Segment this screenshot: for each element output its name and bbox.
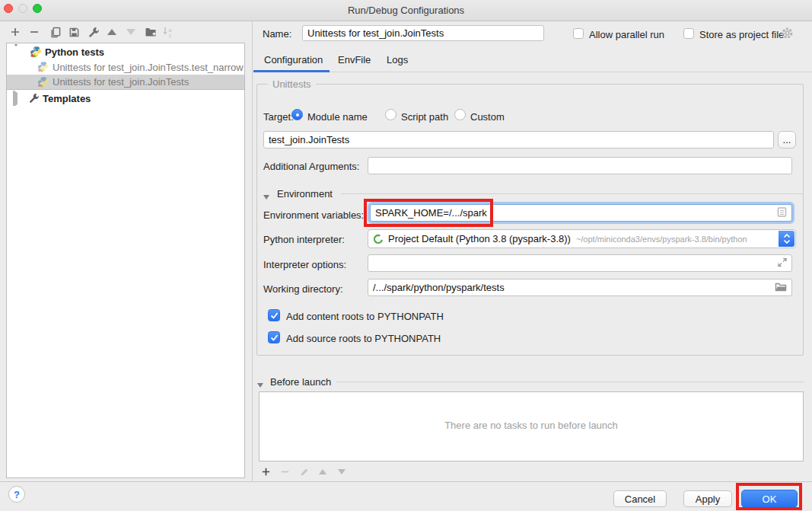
- copy-configuration-icon[interactable]: [48, 25, 62, 39]
- environment-section-line: [341, 193, 804, 194]
- dropdown-stepper-icon[interactable]: [779, 231, 794, 247]
- collapse-icon[interactable]: [13, 46, 19, 58]
- edit-task-icon[interactable]: [297, 465, 310, 478]
- target-module-name-radio[interactable]: [291, 109, 303, 120]
- remove-icon[interactable]: [27, 25, 41, 39]
- expand-icon[interactable]: [13, 93, 18, 104]
- configurations-tree: Python tests Unittests for test_join.Joi…: [6, 43, 245, 478]
- browse-folder-icon[interactable]: [775, 282, 787, 294]
- svg-text:a: a: [169, 27, 172, 33]
- allow-parallel-run-checkbox[interactable]: [573, 28, 584, 39]
- tab-configuration[interactable]: Configuration: [264, 54, 323, 68]
- before-launch-task-list[interactable]: There are no tasks to run before launch: [259, 391, 804, 461]
- environment-collapse-icon[interactable]: [263, 190, 269, 202]
- interpreter-options-input[interactable]: [368, 254, 792, 272]
- save-configuration-icon[interactable]: [67, 25, 81, 39]
- target-script-path-label: Script path: [401, 111, 448, 123]
- allow-parallel-run-label: Allow parallel run: [589, 29, 664, 41]
- python-interpreter-label: Python interpreter:: [263, 234, 345, 246]
- name-input[interactable]: Unittests for test_join.JoinTests: [302, 25, 544, 41]
- add-task-icon[interactable]: [259, 465, 272, 478]
- sort-configurations-icon[interactable]: az: [161, 25, 175, 39]
- store-as-project-file-label: Store as project file: [699, 29, 784, 41]
- footer-separator: [0, 481, 812, 482]
- before-launch-title: Before launch: [270, 376, 331, 388]
- tree-item-python-tests[interactable]: Python tests: [7, 44, 244, 59]
- python-tests-icon: [30, 46, 42, 58]
- python-test-icon: [37, 61, 49, 73]
- interpreter-options-label: Interpreter options:: [263, 259, 346, 271]
- working-directory-input[interactable]: /.../spark/python/pyspark/tests: [368, 279, 792, 296]
- target-script-path-radio[interactable]: [385, 109, 396, 120]
- environment-variables-label: Environment variables:: [263, 209, 364, 222]
- move-up-icon[interactable]: [105, 25, 119, 39]
- move-task-up-icon[interactable]: [316, 465, 330, 478]
- tab-envfile[interactable]: EnvFile: [338, 54, 371, 68]
- ok-button[interactable]: OK: [741, 490, 798, 508]
- name-label: Name:: [263, 28, 291, 40]
- environment-variables-field[interactable]: SPARK_HOME=/.../spark: [370, 204, 792, 222]
- target-custom-label: Custom: [470, 111, 505, 123]
- unittests-group-title: Unittests: [268, 78, 316, 90]
- panel-splitter[interactable]: [252, 21, 253, 481]
- before-launch-collapse-icon[interactable]: [257, 378, 263, 390]
- move-down-icon[interactable]: [124, 25, 138, 39]
- expand-field-icon[interactable]: [778, 257, 787, 269]
- cancel-button[interactable]: Cancel: [613, 490, 667, 507]
- before-launch-empty-message: There are no tasks to run before launch: [260, 420, 803, 431]
- tree-item-label: Python tests: [45, 46, 104, 58]
- module-name-input[interactable]: test_join.JoinTests: [263, 131, 774, 149]
- add-source-roots-label: Add source roots to PYTHONPATH: [286, 333, 441, 345]
- python-interpreter-select[interactable]: Project Default (Python 3.8 (pyspark-3.8…: [368, 229, 796, 248]
- interpreter-path: ~/opt/miniconda3/envs/pyspark-3.8/bin/py…: [576, 235, 747, 244]
- remove-task-icon[interactable]: [278, 465, 291, 478]
- tab-logs[interactable]: Logs: [387, 54, 408, 68]
- templates-icon: [27, 92, 40, 104]
- tabs-baseline: [253, 72, 812, 72]
- target-module-name-label: Module name: [307, 111, 368, 123]
- svg-text:z: z: [169, 33, 172, 38]
- tree-item-templates[interactable]: Templates: [7, 91, 244, 106]
- target-custom-radio[interactable]: [454, 109, 466, 120]
- gear-icon[interactable]: [781, 27, 794, 42]
- tree-item-label: Unittests for test_join.JoinTests.test_n…: [53, 62, 244, 73]
- before-launch-section-line: [336, 382, 804, 382]
- add-icon[interactable]: [8, 25, 22, 39]
- environment-section-title: Environment: [277, 188, 333, 200]
- window-title: Run/Debug Configurations: [0, 5, 812, 16]
- run-debug-configurations-dialog: Run/Debug Configurations az Python tests…: [0, 0, 812, 511]
- target-label: Target:: [263, 111, 294, 123]
- add-content-roots-label: Add content roots to PYTHONPATH: [286, 311, 444, 323]
- active-tab-underline: [253, 70, 330, 72]
- help-button[interactable]: ?: [8, 486, 25, 503]
- tree-item-label: Unittests for test_join.JoinTests: [53, 76, 189, 88]
- browse-module-button[interactable]: ...: [778, 131, 796, 149]
- tree-item-unittest-jointests-selected[interactable]: Unittests for test_join.JoinTests: [7, 75, 244, 90]
- apply-button[interactable]: Apply: [683, 490, 732, 507]
- create-new-folder-icon[interactable]: [144, 25, 158, 39]
- project-default-interpreter-icon: [373, 234, 384, 244]
- store-as-project-file-checkbox[interactable]: [683, 28, 694, 39]
- edit-variables-icon[interactable]: [777, 206, 787, 219]
- add-source-roots-checkbox[interactable]: [268, 331, 280, 343]
- move-task-down-icon[interactable]: [335, 465, 349, 478]
- edit-templates-icon[interactable]: [86, 25, 100, 39]
- add-content-roots-checkbox[interactable]: [268, 309, 280, 321]
- tree-item-unittest-narrow[interactable]: Unittests for test_join.JoinTests.test_n…: [7, 59, 244, 75]
- python-test-icon: [37, 76, 49, 88]
- additional-arguments-label: Additional Arguments:: [263, 161, 359, 173]
- working-directory-label: Working directory:: [263, 283, 343, 295]
- tree-item-label: Templates: [43, 93, 91, 104]
- titlebar: Run/Debug Configurations: [0, 0, 812, 21]
- additional-arguments-input[interactable]: [368, 157, 792, 174]
